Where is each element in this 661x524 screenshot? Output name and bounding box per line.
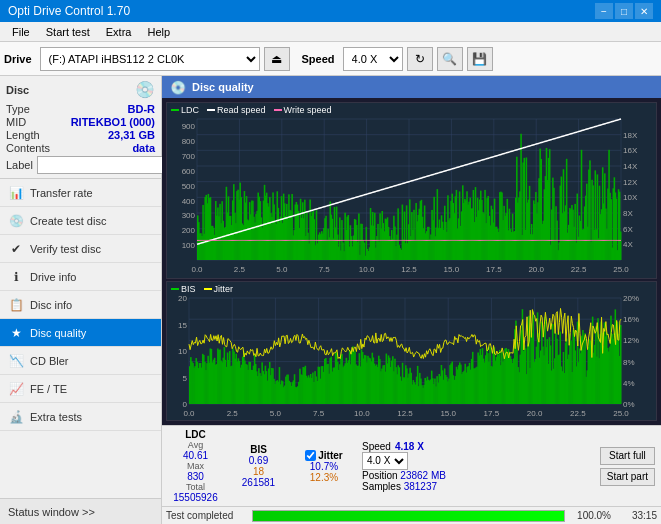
progress-fill <box>253 511 564 521</box>
progress-track <box>252 510 565 522</box>
disc-label-row: Label ✎ <box>6 156 155 174</box>
nav-disc-quality-label: Disc quality <box>30 327 86 339</box>
nav-disc-info-label: Disc info <box>30 299 72 311</box>
menu-start-test[interactable]: Start test <box>38 24 98 40</box>
ldc-legend-label: LDC <box>181 105 199 115</box>
charts-area: LDC Read speed Write speed <box>162 98 661 425</box>
contents-label: Contents <box>6 142 50 154</box>
bis-legend-dot <box>171 288 179 290</box>
eject-button[interactable]: ⏏ <box>264 47 290 71</box>
close-button[interactable]: ✕ <box>635 3 653 19</box>
max-label: Max <box>187 461 204 471</box>
samples-label: Samples <box>362 481 401 492</box>
nav-extra-tests[interactable]: 🔬 Extra tests <box>0 403 161 431</box>
nav-drive-info[interactable]: ℹ Drive info <box>0 263 161 291</box>
nav-items: 📊 Transfer rate 💿 Create test disc ✔ Ver… <box>0 179 161 498</box>
jitter-max: 12.3% <box>310 472 338 483</box>
nav-fe-te-label: FE / TE <box>30 383 67 395</box>
ldc-stats: LDC Avg 40.61 Max 830 Total 15505926 <box>168 429 223 503</box>
main-layout: Disc 💿 Type BD-R MID RITEKBO1 (000) Leng… <box>0 76 661 524</box>
bis-total: 261581 <box>242 477 275 488</box>
avg-label: Avg <box>188 440 203 450</box>
drive-select[interactable]: (F:) ATAPI iHBS112 2 CL0K <box>40 47 260 71</box>
write-speed-legend-label: Write speed <box>284 105 332 115</box>
nav-create-test-disc-label: Create test disc <box>30 215 106 227</box>
write-speed-legend-dot <box>274 109 282 111</box>
top-chart-canvas <box>167 103 656 278</box>
disc-quality-icon: ★ <box>8 325 24 341</box>
legend-read-speed: Read speed <box>207 105 266 115</box>
disc-header: Disc 💿 <box>6 80 155 99</box>
nav-extra-tests-label: Extra tests <box>30 411 82 423</box>
nav-transfer-rate[interactable]: 📊 Transfer rate <box>0 179 161 207</box>
legend-ldc: LDC <box>171 105 199 115</box>
minimize-button[interactable]: − <box>595 3 613 19</box>
menu-help[interactable]: Help <box>139 24 178 40</box>
progress-time: 33:15 <box>617 510 657 521</box>
speed-label: Speed <box>302 53 335 65</box>
read-speed-legend-dot <box>207 109 215 111</box>
start-part-button[interactable]: Start part <box>600 468 655 486</box>
disc-info-icon: 📋 <box>8 297 24 313</box>
type-label: Type <box>6 103 30 115</box>
menu-file[interactable]: File <box>4 24 38 40</box>
nav-drive-info-label: Drive info <box>30 271 76 283</box>
disc-type-row: Type BD-R <box>6 103 155 115</box>
label-input[interactable] <box>37 156 170 174</box>
maximize-button[interactable]: □ <box>615 3 633 19</box>
length-value: 23,31 GB <box>108 129 155 141</box>
nav-transfer-rate-label: Transfer rate <box>30 187 93 199</box>
status-window-button[interactable]: Status window >> <box>0 498 161 524</box>
progress-status: Test completed <box>166 510 246 521</box>
nav-disc-quality[interactable]: ★ Disc quality <box>0 319 161 347</box>
nav-verify-test-disc-label: Verify test disc <box>30 243 101 255</box>
extra-tests-icon: 🔬 <box>8 409 24 425</box>
menu-extra[interactable]: Extra <box>98 24 140 40</box>
nav-verify-test-disc[interactable]: ✔ Verify test disc <box>0 235 161 263</box>
refresh-button[interactable]: ↻ <box>407 47 433 71</box>
fe-te-icon: 📈 <box>8 381 24 397</box>
disc-quality-title: Disc quality <box>192 81 254 93</box>
progress-bar-row: Test completed 100.0% 33:15 <box>162 506 661 524</box>
nav-cd-bler[interactable]: 📉 CD Bler <box>0 347 161 375</box>
sidebar: Disc 💿 Type BD-R MID RITEKBO1 (000) Leng… <box>0 76 162 524</box>
start-buttons: Start full Start part <box>600 447 655 486</box>
bottom-chart: BIS Jitter <box>166 281 657 421</box>
position-row: Position 23862 MB <box>362 470 446 481</box>
bis-avg: 0.69 <box>249 455 268 466</box>
create-test-disc-icon: 💿 <box>8 213 24 229</box>
disc-quality-header-icon: 💿 <box>170 80 186 95</box>
label-label: Label <box>6 159 33 171</box>
speed-select[interactable]: 4.0 X <box>343 47 403 71</box>
jitter-header: Jitter <box>318 450 342 461</box>
transfer-rate-icon: 📊 <box>8 185 24 201</box>
save-button[interactable]: 💾 <box>467 47 493 71</box>
contents-value: data <box>132 142 155 154</box>
disc-mid-row: MID RITEKBO1 (000) <box>6 116 155 128</box>
length-label: Length <box>6 129 40 141</box>
ldc-legend-dot <box>171 109 179 111</box>
cd-bler-icon: 📉 <box>8 353 24 369</box>
ldc-max: 830 <box>187 471 204 482</box>
scan-button[interactable]: 🔍 <box>437 47 463 71</box>
nav-cd-bler-label: CD Bler <box>30 355 69 367</box>
bottom-chart-canvas <box>167 282 656 421</box>
start-full-button[interactable]: Start full <box>600 447 655 465</box>
disc-contents-row: Contents data <box>6 142 155 154</box>
nav-disc-info[interactable]: 📋 Disc info <box>0 291 161 319</box>
titlebar: Opti Drive Control 1.70 − □ ✕ <box>0 0 661 22</box>
speed-stat-label: Speed <box>362 441 391 452</box>
bis-stats: BIS 0.69 18 261581 <box>231 444 286 488</box>
top-chart-legend: LDC Read speed Write speed <box>171 105 331 115</box>
jitter-checkbox[interactable] <box>305 450 316 461</box>
samples-value: 381237 <box>404 481 437 492</box>
speed-stat-select[interactable]: 4.0 X <box>362 452 408 470</box>
speed-stat-value: 4.18 X <box>395 441 424 452</box>
mid-value: RITEKBO1 (000) <box>71 116 155 128</box>
disc-panel: Disc 💿 Type BD-R MID RITEKBO1 (000) Leng… <box>0 76 161 179</box>
nav-create-test-disc[interactable]: 💿 Create test disc <box>0 207 161 235</box>
stats-row: LDC Avg 40.61 Max 830 Total 15505926 BIS… <box>168 429 655 503</box>
disc-icon: 💿 <box>135 80 155 99</box>
jitter-checkbox-row: Jitter <box>305 450 342 461</box>
nav-fe-te[interactable]: 📈 FE / TE <box>0 375 161 403</box>
